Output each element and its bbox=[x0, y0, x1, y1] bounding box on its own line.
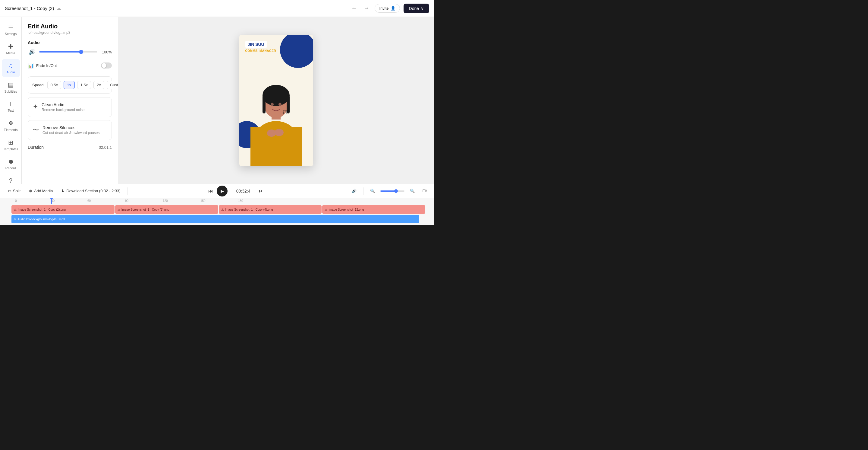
add-media-icon: ⊕ bbox=[29, 189, 32, 193]
invite-user-icon: 👤 bbox=[391, 6, 396, 10]
preview-name-tag: JIN SUU COMMS. MANAGER bbox=[245, 41, 276, 53]
speed-label: Speed bbox=[32, 83, 44, 87]
volume-toolbar-icon: 🔊 bbox=[352, 189, 356, 193]
ruler-mark-180: 180 bbox=[238, 199, 243, 202]
skip-back-button[interactable]: ⏮ bbox=[208, 188, 213, 194]
playhead[interactable] bbox=[51, 198, 52, 204]
sidebar-item-help[interactable]: ? bbox=[2, 174, 20, 184]
zoom-fill bbox=[380, 191, 396, 192]
svg-rect-6 bbox=[287, 95, 290, 113]
clean-audio-card[interactable]: ✦ Clean Audio Remove background noise bbox=[28, 97, 112, 117]
top-bar-left: Screenshot_1 - Copy (2) ☁ bbox=[5, 5, 61, 11]
audio-clip[interactable]: ≋ Audio lofi-background-vlog-lo...mp3 bbox=[11, 215, 419, 223]
volume-icon: 🔊 bbox=[28, 49, 36, 55]
settings-icon: ☰ bbox=[8, 24, 13, 31]
play-button[interactable]: ▶ bbox=[217, 186, 227, 196]
preview-person-name: JIN SUU bbox=[245, 41, 267, 48]
sidebar-item-elements[interactable]: ❖ Elements bbox=[2, 116, 20, 135]
preview-card: JIN SUU COMMS. MANAGER bbox=[239, 35, 313, 166]
edit-panel-title: Edit Audio bbox=[28, 23, 112, 30]
fade-toggle[interactable] bbox=[101, 62, 112, 68]
volume-fill bbox=[39, 51, 81, 53]
sidebar-item-record[interactable]: ⏺ Record bbox=[2, 155, 20, 173]
remove-silences-desc: Cut out dead air & awkward pauses bbox=[42, 131, 99, 135]
zoom-thumb[interactable] bbox=[394, 189, 398, 193]
zoom-slider[interactable] bbox=[380, 191, 404, 192]
svg-point-10 bbox=[275, 129, 284, 136]
volume-track bbox=[39, 51, 97, 53]
download-icon: ⬇ bbox=[61, 189, 64, 193]
subtitles-icon: ▤ bbox=[8, 81, 13, 88]
audio-icon: ♫ bbox=[8, 62, 13, 69]
zoom-out-button[interactable]: 🔍 bbox=[367, 187, 378, 195]
undo-button[interactable]: ← bbox=[349, 4, 358, 13]
project-title: Screenshot_1 - Copy (2) bbox=[5, 6, 54, 11]
duration-value: 02:01.1 bbox=[99, 145, 112, 150]
image-clip-3[interactable]: ⚠ Image Screenshot_1 - Copy (4).png bbox=[219, 205, 322, 214]
elements-icon: ❖ bbox=[8, 119, 13, 127]
edit-panel-subtitle: lofi-background-vlog...mp3 bbox=[28, 30, 112, 35]
bottom-toolbar: ✂ Split ⊕ Add Media ⬇ Download Section (… bbox=[0, 184, 434, 198]
playhead-triangle bbox=[50, 198, 53, 200]
split-button[interactable]: ✂ Split bbox=[5, 187, 24, 195]
done-button[interactable]: Done ∨ bbox=[404, 4, 429, 13]
speed-row: Speed 0.5x 1x 1.5x 2x Custom bbox=[32, 81, 107, 89]
speed-btn-2x[interactable]: 2x bbox=[93, 81, 104, 89]
skip-forward-button[interactable]: ⏭ bbox=[259, 188, 264, 194]
text-icon: T bbox=[9, 101, 12, 108]
media-icon: ✚ bbox=[8, 43, 13, 50]
volume-toolbar-button[interactable]: 🔊 bbox=[349, 187, 360, 195]
sidebar-item-settings[interactable]: ☰ Settings bbox=[2, 21, 20, 39]
icon-sidebar-bottom: ? bbox=[2, 174, 20, 184]
svg-point-8 bbox=[278, 103, 281, 106]
split-icon: ✂ bbox=[8, 189, 11, 193]
image-clip-2[interactable]: ⚠ Image Screenshot_1 - Copy (3).png bbox=[115, 205, 218, 214]
remove-silences-icon: 〜 bbox=[33, 126, 39, 134]
timeline-tracks: ⚠ Image Screenshot_1 - Copy (2).png ⚠ Im… bbox=[0, 204, 434, 225]
speed-btn-1x[interactable]: 1x bbox=[64, 81, 74, 89]
image-track-row: ⚠ Image Screenshot_1 - Copy (2).png ⚠ Im… bbox=[2, 205, 432, 214]
speed-btn-0.5x[interactable]: 0.5x bbox=[47, 81, 61, 89]
volume-thumb[interactable] bbox=[79, 50, 83, 54]
sidebar-item-media[interactable]: ✚ Media bbox=[2, 40, 20, 58]
clean-audio-title: Clean Audio bbox=[41, 102, 85, 107]
main-layout: ☰ Settings ✚ Media ♫ Audio ▤ Subtitles T… bbox=[0, 17, 434, 184]
sidebar-item-templates[interactable]: ⊞ Templates bbox=[2, 136, 20, 154]
download-section-button[interactable]: ⬇ Download Section (0:32 - 2:33) bbox=[58, 187, 123, 195]
top-bar-right: ← → Invite 👤 Done ∨ bbox=[349, 4, 429, 13]
remove-silences-card[interactable]: 〜 Remove Silences Cut out dead air & awk… bbox=[28, 120, 112, 140]
volume-slider[interactable] bbox=[39, 49, 97, 55]
sidebar-item-audio[interactable]: ♫ Audio bbox=[2, 59, 20, 77]
audio-clip-icon: ≋ bbox=[14, 218, 16, 221]
clean-audio-text: Clean Audio Remove background noise bbox=[41, 102, 85, 112]
image-clip-1[interactable]: ⚠ Image Screenshot_1 - Copy (2).png bbox=[11, 205, 115, 214]
sidebar-item-subtitles[interactable]: ▤ Subtitles bbox=[2, 78, 20, 96]
remove-silences-text: Remove Silences Cut out dead air & awkwa… bbox=[42, 125, 99, 135]
duration-row: Duration 02:01.1 bbox=[28, 145, 112, 150]
ruler-mark-120: 120 bbox=[163, 199, 168, 202]
zoom-in-button[interactable]: 🔍 bbox=[407, 187, 418, 195]
volume-value: 100% bbox=[100, 50, 112, 54]
clip-icon-4: ⚠ bbox=[324, 208, 327, 211]
image-clip-4[interactable]: ⚠ Image Screenshot_12.png bbox=[322, 205, 425, 214]
toolbar-center: ⏮ ▶ 00:32:4 ⏭ bbox=[131, 186, 341, 196]
toolbar-right: 🔊 🔍 🔍 Fit bbox=[349, 187, 429, 195]
sidebar-item-text[interactable]: T Text bbox=[2, 97, 20, 115]
ruler-mark-90: 90 bbox=[125, 199, 128, 202]
clean-audio-icon: ✦ bbox=[33, 103, 38, 110]
clip-icon-1: ⚠ bbox=[14, 208, 17, 211]
zoom-track bbox=[380, 191, 404, 192]
clip-icon-3: ⚠ bbox=[221, 208, 224, 211]
cloud-icon: ☁ bbox=[56, 5, 61, 11]
fit-button[interactable]: Fit bbox=[420, 188, 429, 194]
person-svg bbox=[246, 53, 306, 166]
remove-silences-title: Remove Silences bbox=[42, 125, 99, 130]
invite-button[interactable]: Invite 👤 bbox=[375, 4, 400, 13]
redo-button[interactable]: → bbox=[362, 4, 371, 13]
speed-btn-custom[interactable]: Custom bbox=[107, 81, 118, 89]
clean-audio-desc: Remove background noise bbox=[41, 108, 85, 112]
toolbar-separator-3 bbox=[363, 188, 364, 195]
add-media-button[interactable]: ⊕ Add Media bbox=[26, 187, 56, 195]
timeline-ruler: 0 30 60 90 120 150 180 bbox=[0, 198, 434, 204]
speed-btn-1.5x[interactable]: 1.5x bbox=[77, 81, 91, 89]
